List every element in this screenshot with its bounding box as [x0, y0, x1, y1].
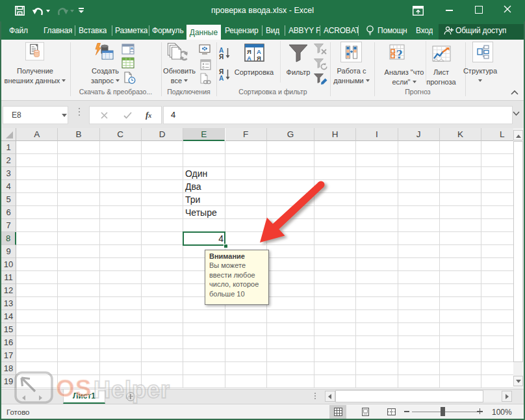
svg-text:А: А [219, 75, 224, 81]
svg-text:Я: Я [219, 53, 224, 60]
svg-text:Я: Я [257, 55, 261, 62]
svg-text:?: ? [396, 47, 403, 61]
svg-text:А: А [247, 55, 251, 62]
